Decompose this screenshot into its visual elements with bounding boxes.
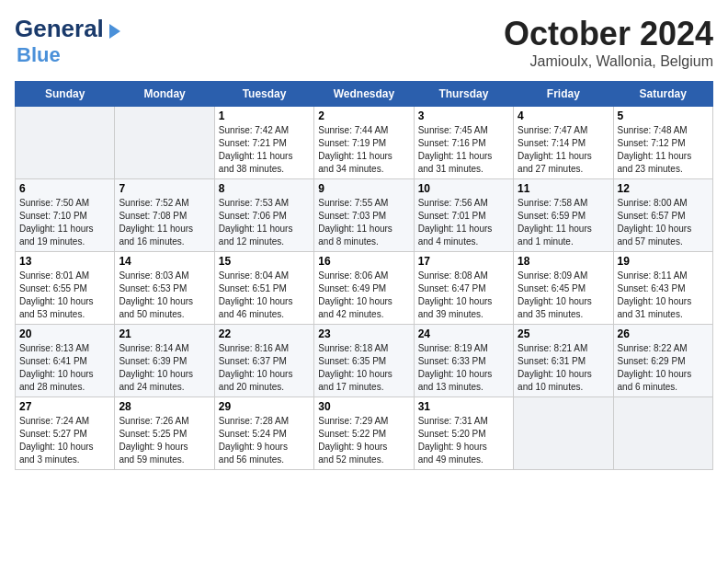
day-number: 30 — [318, 400, 409, 413]
day-info: Sunrise: 8:22 AM Sunset: 6:29 PM Dayligh… — [618, 342, 709, 394]
calendar-cell: 26Sunrise: 8:22 AM Sunset: 6:29 PM Dayli… — [613, 325, 712, 397]
day-number: 17 — [418, 255, 509, 268]
header: General Blue October 2024 Jamioulx, Wall… — [15, 15, 713, 70]
weekday-friday: Friday — [514, 82, 613, 107]
calendar-cell: 10Sunrise: 7:56 AM Sunset: 7:01 PM Dayli… — [414, 179, 513, 252]
day-number: 29 — [219, 400, 310, 413]
day-info: Sunrise: 8:01 AM Sunset: 6:55 PM Dayligh… — [19, 270, 110, 321]
weekday-wednesday: Wednesday — [314, 82, 414, 107]
calendar-cell: 1Sunrise: 7:42 AM Sunset: 7:21 PM Daylig… — [214, 107, 313, 179]
calendar-week-2: 6Sunrise: 7:50 AM Sunset: 7:10 PM Daylig… — [16, 179, 713, 252]
logo-general: General — [15, 15, 104, 43]
calendar-cell: 7Sunrise: 7:52 AM Sunset: 7:08 PM Daylig… — [115, 179, 214, 252]
day-info: Sunrise: 7:50 AM Sunset: 7:10 PM Dayligh… — [19, 197, 110, 248]
calendar-cell — [16, 107, 115, 179]
calendar-cell: 14Sunrise: 8:03 AM Sunset: 6:53 PM Dayli… — [115, 252, 214, 325]
calendar-cell: 21Sunrise: 8:14 AM Sunset: 6:39 PM Dayli… — [115, 325, 214, 397]
weekday-sunday: Sunday — [16, 82, 115, 107]
weekday-saturday: Saturday — [613, 82, 712, 107]
day-info: Sunrise: 7:52 AM Sunset: 7:08 PM Dayligh… — [119, 197, 210, 248]
calendar-cell: 15Sunrise: 8:04 AM Sunset: 6:51 PM Dayli… — [214, 252, 313, 325]
day-info: Sunrise: 8:19 AM Sunset: 6:33 PM Dayligh… — [418, 342, 509, 394]
calendar-cell: 8Sunrise: 7:53 AM Sunset: 7:06 PM Daylig… — [214, 179, 313, 252]
day-number: 3 — [418, 109, 509, 122]
day-info: Sunrise: 8:09 AM Sunset: 6:45 PM Dayligh… — [518, 270, 609, 321]
calendar-cell: 29Sunrise: 7:28 AM Sunset: 5:24 PM Dayli… — [214, 397, 313, 470]
weekday-header-row: SundayMondayTuesdayWednesdayThursdayFrid… — [16, 82, 713, 107]
day-info: Sunrise: 7:45 AM Sunset: 7:16 PM Dayligh… — [418, 124, 509, 176]
day-number: 12 — [618, 182, 709, 195]
day-info: Sunrise: 7:55 AM Sunset: 7:03 PM Dayligh… — [318, 197, 409, 248]
calendar-week-5: 27Sunrise: 7:24 AM Sunset: 5:27 PM Dayli… — [16, 397, 713, 470]
day-number: 18 — [518, 255, 609, 268]
day-info: Sunrise: 7:29 AM Sunset: 5:22 PM Dayligh… — [318, 415, 409, 466]
day-number: 28 — [119, 400, 210, 413]
day-info: Sunrise: 7:56 AM Sunset: 7:01 PM Dayligh… — [418, 197, 509, 248]
day-number: 16 — [318, 255, 409, 268]
calendar-cell: 5Sunrise: 7:48 AM Sunset: 7:12 PM Daylig… — [613, 107, 712, 179]
day-number: 19 — [618, 255, 709, 268]
calendar-cell: 3Sunrise: 7:45 AM Sunset: 7:16 PM Daylig… — [414, 107, 513, 179]
day-number: 26 — [618, 327, 709, 340]
day-number: 20 — [19, 327, 110, 340]
day-number: 8 — [219, 182, 310, 195]
day-info: Sunrise: 8:08 AM Sunset: 6:47 PM Dayligh… — [418, 270, 509, 321]
day-info: Sunrise: 8:13 AM Sunset: 6:41 PM Dayligh… — [19, 342, 110, 394]
day-info: Sunrise: 8:03 AM Sunset: 6:53 PM Dayligh… — [119, 270, 210, 321]
calendar-cell — [613, 397, 712, 470]
day-info: Sunrise: 7:47 AM Sunset: 7:14 PM Dayligh… — [518, 124, 609, 176]
month-title: October 2024 — [504, 15, 713, 53]
day-number: 13 — [19, 255, 110, 268]
day-info: Sunrise: 7:58 AM Sunset: 6:59 PM Dayligh… — [518, 197, 609, 248]
calendar-cell: 11Sunrise: 7:58 AM Sunset: 6:59 PM Dayli… — [514, 179, 613, 252]
day-info: Sunrise: 8:06 AM Sunset: 6:49 PM Dayligh… — [318, 270, 409, 321]
day-info: Sunrise: 8:11 AM Sunset: 6:43 PM Dayligh… — [618, 270, 709, 321]
day-info: Sunrise: 7:31 AM Sunset: 5:20 PM Dayligh… — [418, 415, 509, 466]
day-number: 24 — [418, 327, 509, 340]
calendar: SundayMondayTuesdayWednesdayThursdayFrid… — [15, 81, 713, 470]
calendar-cell: 12Sunrise: 8:00 AM Sunset: 6:57 PM Dayli… — [613, 179, 712, 252]
day-number: 11 — [518, 182, 609, 195]
title-area: October 2024 Jamioulx, Wallonia, Belgium — [504, 15, 713, 70]
day-info: Sunrise: 8:21 AM Sunset: 6:31 PM Dayligh… — [518, 342, 609, 394]
calendar-week-1: 1Sunrise: 7:42 AM Sunset: 7:21 PM Daylig… — [16, 107, 713, 179]
calendar-week-4: 20Sunrise: 8:13 AM Sunset: 6:41 PM Dayli… — [16, 325, 713, 397]
calendar-cell: 13Sunrise: 8:01 AM Sunset: 6:55 PM Dayli… — [16, 252, 115, 325]
day-number: 23 — [318, 327, 409, 340]
day-number: 4 — [518, 109, 609, 122]
day-info: Sunrise: 7:53 AM Sunset: 7:06 PM Dayligh… — [219, 197, 310, 248]
calendar-cell: 4Sunrise: 7:47 AM Sunset: 7:14 PM Daylig… — [514, 107, 613, 179]
weekday-monday: Monday — [115, 82, 214, 107]
calendar-cell: 2Sunrise: 7:44 AM Sunset: 7:19 PM Daylig… — [314, 107, 414, 179]
day-info: Sunrise: 8:16 AM Sunset: 6:37 PM Dayligh… — [219, 342, 310, 394]
day-number: 21 — [119, 327, 210, 340]
day-number: 6 — [19, 182, 110, 195]
day-info: Sunrise: 7:24 AM Sunset: 5:27 PM Dayligh… — [19, 415, 110, 466]
calendar-cell: 28Sunrise: 7:26 AM Sunset: 5:25 PM Dayli… — [115, 397, 214, 470]
day-number: 1 — [219, 109, 310, 122]
calendar-body: 1Sunrise: 7:42 AM Sunset: 7:21 PM Daylig… — [16, 107, 713, 470]
calendar-cell: 17Sunrise: 8:08 AM Sunset: 6:47 PM Dayli… — [414, 252, 513, 325]
calendar-week-3: 13Sunrise: 8:01 AM Sunset: 6:55 PM Dayli… — [16, 252, 713, 325]
day-info: Sunrise: 7:42 AM Sunset: 7:21 PM Dayligh… — [219, 124, 310, 176]
day-number: 5 — [618, 109, 709, 122]
logo: General Blue — [15, 15, 120, 67]
day-info: Sunrise: 8:18 AM Sunset: 6:35 PM Dayligh… — [318, 342, 409, 394]
day-number: 2 — [318, 109, 409, 122]
calendar-cell — [514, 397, 613, 470]
day-info: Sunrise: 7:26 AM Sunset: 5:25 PM Dayligh… — [119, 415, 210, 466]
calendar-cell: 24Sunrise: 8:19 AM Sunset: 6:33 PM Dayli… — [414, 325, 513, 397]
logo-arrow-icon — [109, 24, 120, 39]
weekday-tuesday: Tuesday — [214, 82, 313, 107]
day-info: Sunrise: 8:00 AM Sunset: 6:57 PM Dayligh… — [618, 197, 709, 248]
day-number: 14 — [119, 255, 210, 268]
day-number: 27 — [19, 400, 110, 413]
day-info: Sunrise: 7:44 AM Sunset: 7:19 PM Dayligh… — [318, 124, 409, 176]
day-number: 7 — [119, 182, 210, 195]
day-number: 25 — [518, 327, 609, 340]
calendar-cell: 18Sunrise: 8:09 AM Sunset: 6:45 PM Dayli… — [514, 252, 613, 325]
calendar-cell: 6Sunrise: 7:50 AM Sunset: 7:10 PM Daylig… — [16, 179, 115, 252]
weekday-thursday: Thursday — [414, 82, 513, 107]
calendar-cell: 9Sunrise: 7:55 AM Sunset: 7:03 PM Daylig… — [314, 179, 414, 252]
calendar-cell: 16Sunrise: 8:06 AM Sunset: 6:49 PM Dayli… — [314, 252, 414, 325]
